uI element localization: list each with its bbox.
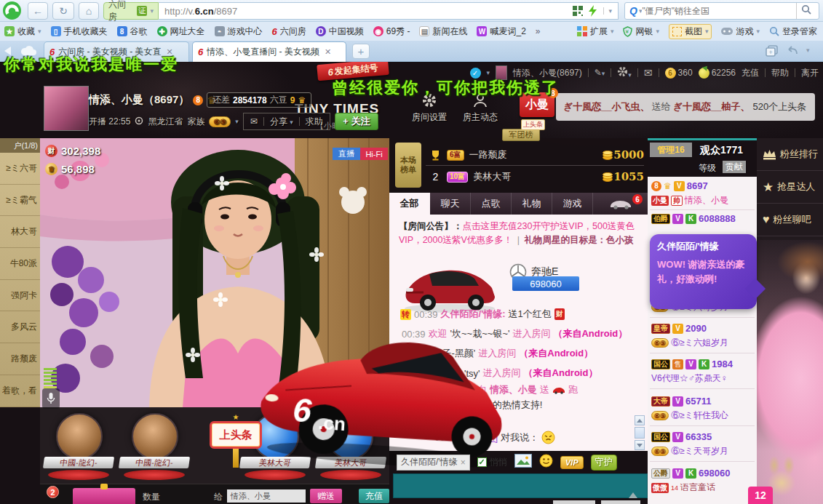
whisper-checkbox-row[interactable]: ✓悄悄 xyxy=(477,456,507,468)
ebank-button[interactable]: ¥网银▾ xyxy=(623,25,659,38)
star-grab-button[interactable]: ★ 抢星达人 xyxy=(757,171,823,204)
browser-tab-2-active[interactable]: 6情添、小曼直播间 - 美女视频✕ xyxy=(192,41,346,62)
guardian-item[interactable]: 路颓废 xyxy=(0,343,40,375)
viewer-row-line2[interactable]: 傲傲 14 语言童话 xyxy=(651,481,715,494)
help-link[interactable]: 帮助 xyxy=(771,67,789,79)
assist-button[interactable]: 求助 xyxy=(306,116,323,128)
chat-tab-all[interactable]: 全部 xyxy=(389,193,430,215)
restore-tab-icon[interactable] xyxy=(786,45,799,58)
contribution-sort-tab[interactable]: 贡献 xyxy=(723,161,746,173)
games-button[interactable]: 游戏▾ xyxy=(721,25,760,38)
back-button[interactable]: ← xyxy=(28,2,48,20)
lightning-icon[interactable] xyxy=(589,5,597,17)
chevron-down-icon[interactable]: ▾ xyxy=(603,7,612,15)
close-icon[interactable]: × xyxy=(461,457,466,468)
family-label[interactable]: 家族 xyxy=(187,116,204,128)
edit-icon[interactable]: ✎▾ xyxy=(595,68,605,78)
chat-input[interactable] xyxy=(393,473,648,498)
viewer-row-line2[interactable]: V6代理☆♂苏鼎天♀ xyxy=(651,372,728,385)
guardian-item[interactable]: 牛80派 xyxy=(0,248,40,280)
reply-target-tag[interactable]: 久伴陌陌/'情缘× xyxy=(397,455,470,471)
bookmark-mobile[interactable]: ▯手机收藏夹 xyxy=(51,25,108,38)
new-tab-button[interactable]: + xyxy=(352,44,370,59)
viewer-row[interactable]: 8♛ V 8697 xyxy=(651,180,708,191)
scroll-thumb[interactable] xyxy=(635,427,645,439)
bookmark-google[interactable]: 8谷歌 xyxy=(117,25,148,38)
viewer-row[interactable]: 国公 V 66335 xyxy=(651,431,712,442)
send-gift-button[interactable]: 赠送 xyxy=(310,489,342,503)
guardian-item[interactable]: 多风云 xyxy=(0,311,40,343)
guardian-item[interactable]: ≥ミ六哥 xyxy=(0,153,40,185)
guardian-item[interactable]: 林大哥 xyxy=(0,216,40,248)
search-button[interactable] xyxy=(796,3,816,19)
qr-code-icon[interactable] xyxy=(573,6,583,16)
leave-link[interactable]: 离开 xyxy=(801,67,819,79)
home-button[interactable]: ⌂ xyxy=(79,2,99,20)
ranking-tag[interactable]: 本场榜单 xyxy=(395,143,421,188)
search-engine-icon[interactable]: Q xyxy=(629,5,637,17)
manage-tab[interactable]: 管理16 xyxy=(650,143,692,157)
viewer-page-badge[interactable]: 12 xyxy=(748,487,773,504)
chat-tab-gift[interactable]: 礼物 xyxy=(512,193,552,215)
ranked-user[interactable]: 一路颓废 xyxy=(469,148,507,161)
input-collapse-arrow[interactable] xyxy=(629,480,637,493)
viewer-row-line2[interactable]: ⑥⑨ ⑥≥ミ轩住我心 xyxy=(651,409,728,422)
mail-icon[interactable]: ✉ xyxy=(644,67,653,79)
fan-ranking-button[interactable]: 粉丝排行 xyxy=(757,138,823,171)
guardian-item[interactable]: 着歌，看 xyxy=(0,375,40,407)
chat-tab-song[interactable]: 点歌 xyxy=(471,193,512,215)
legion-rank-button[interactable]: 军团榜 xyxy=(502,129,540,141)
viewer-row[interactable]: 伯爵 V K 6088888 xyxy=(651,213,736,224)
emoji-picker-icon[interactable] xyxy=(539,454,553,471)
family-badge[interactable]: ⑥⑨ xyxy=(209,116,231,127)
follow-button[interactable]: + 关注 xyxy=(335,113,378,130)
extensions-button[interactable]: 扩展▾ xyxy=(577,25,614,38)
recharge-link[interactable]: 充值 xyxy=(742,67,759,79)
login-manager-button[interactable]: 登录管家 xyxy=(769,25,817,38)
bookmark-news[interactable]: ▤新闻在线 xyxy=(419,25,467,38)
message-icon[interactable]: ✉ xyxy=(250,116,258,127)
scroll-down-button[interactable] xyxy=(635,440,645,450)
streamer-avatar[interactable] xyxy=(44,86,89,131)
address-bar[interactable]: http://v.6.cn/8697 ▾ xyxy=(159,2,619,20)
viewer-row[interactable]: 公爵 V K 698060 xyxy=(651,468,730,479)
settings-gear-icon[interactable]: ▾ xyxy=(617,66,632,79)
image-icon[interactable] xyxy=(514,454,532,471)
bookmark-overflow[interactable]: » xyxy=(536,26,541,36)
gift-sender-avatar[interactable] xyxy=(132,413,178,460)
vip-button[interactable]: VIP xyxy=(560,456,584,469)
search-input[interactable] xyxy=(642,6,796,16)
guard-button[interactable]: 守护 xyxy=(591,455,617,471)
audience-tab[interactable]: 观众1771 xyxy=(700,144,743,157)
fan-chat-button[interactable]: ♥ 粉丝聊吧 xyxy=(757,204,823,236)
chat-tab-car[interactable]: 6 xyxy=(593,193,648,215)
guardian-item[interactable]: 强阿卡 xyxy=(0,280,40,312)
recharge-button[interactable]: 充值 xyxy=(359,489,389,503)
bookmark-sites[interactable]: ✚网址大全 xyxy=(157,25,205,38)
scroll-up-button[interactable] xyxy=(635,415,645,425)
share-button[interactable]: 分享 ▾ xyxy=(270,116,293,128)
site-identity-button[interactable]: 六间房证▾ xyxy=(103,2,159,20)
chat-scrollbar[interactable] xyxy=(635,415,645,450)
bookmark-china-video[interactable]: D中国视频 xyxy=(316,25,364,38)
send-option-button-cutoff[interactable] xyxy=(601,500,640,504)
recipient-field[interactable]: 情添、小曼 xyxy=(227,489,306,503)
bookmark-69show[interactable]: ◉69秀 - xyxy=(373,25,410,38)
gift-box-button[interactable] xyxy=(73,488,135,504)
bookmark-game-center[interactable]: ◓游戏中心 xyxy=(215,25,263,38)
chat-tab-game[interactable]: 游戏 xyxy=(552,193,593,215)
chat-username[interactable]: 久伴陌陌/'情缘: xyxy=(441,308,506,321)
send-button-cutoff[interactable] xyxy=(553,500,595,504)
viewer-row[interactable]: 国公 售 V K 1984 xyxy=(651,359,733,369)
screenshot-button[interactable]: 截图▾ xyxy=(669,24,712,39)
bookmark-6rooms[interactable]: 6六间房 xyxy=(272,25,306,38)
chevron-down-icon[interactable]: ▾ xyxy=(235,118,239,125)
chat-tab-chat[interactable]: 聊天 xyxy=(430,193,471,215)
ranked-user[interactable]: 美林大哥 xyxy=(473,170,511,183)
viewer-row-line2[interactable]: ⑥⑨ ⑥≥ミ天哥岁月 xyxy=(651,445,728,457)
car-gift-number-button[interactable]: 698060 xyxy=(512,276,579,291)
bookmark-lyrics[interactable]: W喊麦词_2 xyxy=(477,25,525,38)
new-window-icon[interactable]: + xyxy=(766,45,779,60)
viewer-row[interactable]: 皇帝 V 2090 xyxy=(651,323,707,334)
level-sort-tab[interactable]: 等级 xyxy=(699,162,716,175)
